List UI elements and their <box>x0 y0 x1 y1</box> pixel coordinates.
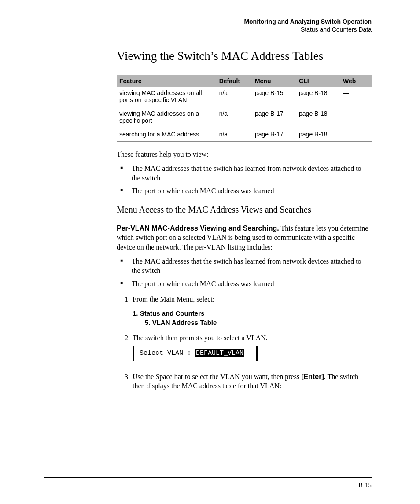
page-number: B-15 <box>358 482 372 489</box>
table-row: searching for a MAC address n/a page B-1… <box>117 128 372 142</box>
th-menu: Menu <box>252 75 296 87</box>
running-header-chapter: Monitoring and Analyzing Switch Operatio… <box>44 18 372 26</box>
procedure-steps: From the Main Menu, select: 1. Status an… <box>117 294 372 391</box>
cell-cli: page B-18 <box>296 87 340 107</box>
list-item: The MAC addresses that the switch has le… <box>117 164 372 183</box>
th-feature: Feature <box>117 75 217 87</box>
step-text-a: Use the Space bar to select the VLAN you… <box>133 373 301 380</box>
step-3: Use the Space bar to select the VLAN you… <box>132 372 372 391</box>
step-text: From the Main Menu, select: <box>133 295 214 303</box>
intro-paragraph: These features help you to view: <box>117 150 372 159</box>
cell-default: n/a <box>217 107 252 128</box>
page: Monitoring and Analyzing Switch Operatio… <box>0 0 420 504</box>
step-text: The switch then prompts you to select a … <box>133 334 268 342</box>
list-item: The port on which each MAC address was l… <box>117 279 372 289</box>
cell-cli: page B-18 <box>296 107 340 128</box>
cli-label: Select VLAN : <box>140 349 195 357</box>
cell-default: n/a <box>217 128 252 142</box>
cell-menu: page B-17 <box>252 107 296 128</box>
run-in-heading: Per-VLAN MAC-Address Viewing and Searchi… <box>117 224 279 232</box>
keycap-enter: [Enter] <box>301 373 324 380</box>
th-default: Default <box>217 75 252 87</box>
para-bullet-list: The MAC addresses that the switch has le… <box>117 257 372 289</box>
th-web: Web <box>340 75 372 87</box>
step-1: From the Main Menu, select: 1. Status an… <box>132 294 372 327</box>
feature-table: Feature Default Menu CLI Web viewing MAC… <box>117 75 372 142</box>
menu-path: 1. Status and Counters 5. VLAN Address T… <box>133 309 372 327</box>
intro-bullet-list: The MAC addresses that the switch has le… <box>117 164 372 196</box>
running-header: Monitoring and Analyzing Switch Operatio… <box>44 18 372 33</box>
table-row: viewing MAC addresses on all ports on a … <box>117 87 372 107</box>
step-2: The switch then prompts you to select a … <box>132 333 372 367</box>
menu-path-line2: 5. VLAN Address Table <box>145 318 372 327</box>
table-row: viewing MAC addresses on a specific port… <box>117 107 372 128</box>
cli-prompt-box: Select VLAN : DEFAULT_VLAN <box>133 346 258 361</box>
cell-feature: viewing MAC addresses on a specific port <box>117 107 217 128</box>
cell-cli: page B-18 <box>296 128 340 142</box>
list-item: The MAC addresses that the switch has le… <box>117 257 372 276</box>
box-border-left-icon <box>137 347 137 360</box>
running-header-section: Status and Counters Data <box>44 26 372 33</box>
cli-selected-value: DEFAULT_VLAN <box>195 349 244 357</box>
box-border-right-icon <box>253 347 253 360</box>
cell-menu: page B-17 <box>252 128 296 142</box>
cell-feature: viewing MAC addresses on all ports on a … <box>117 87 217 107</box>
cell-menu: page B-15 <box>252 87 296 107</box>
content-area: Viewing the Switch’s MAC Address Tables … <box>117 49 372 391</box>
cell-web: — <box>340 128 372 142</box>
menu-path-line1: 1. Status and Counters <box>133 309 204 317</box>
th-cli: CLI <box>296 75 340 87</box>
footer-rule <box>44 477 372 478</box>
cell-default: n/a <box>217 87 252 107</box>
cell-web: — <box>340 87 372 107</box>
page-title: Viewing the Switch’s MAC Address Tables <box>117 49 372 63</box>
lead-paragraph: Per-VLAN MAC-Address Viewing and Searchi… <box>117 224 372 252</box>
subsection-heading: Menu Access to the MAC Address Views and… <box>117 205 372 215</box>
list-item: The port on which each MAC address was l… <box>117 186 372 196</box>
table-header-row: Feature Default Menu CLI Web <box>117 75 372 87</box>
cell-web: — <box>340 107 372 128</box>
cell-feature: searching for a MAC address <box>117 128 217 142</box>
